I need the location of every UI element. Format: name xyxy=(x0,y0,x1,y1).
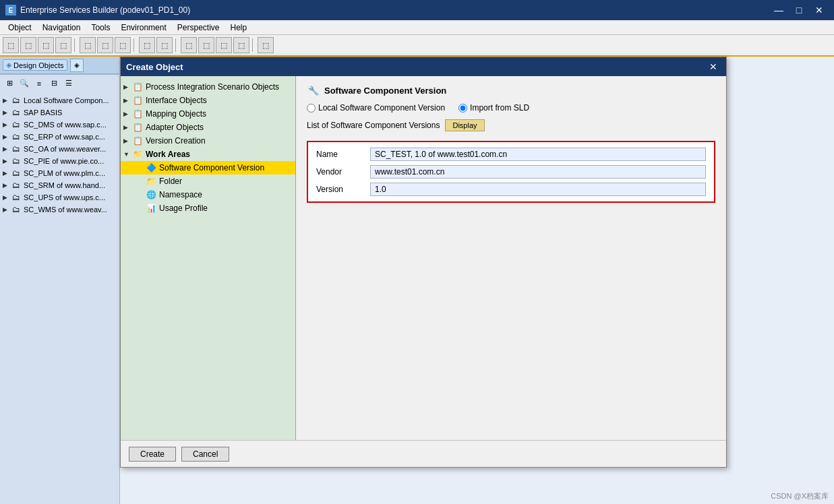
tree-item-sap-basis[interactable]: ▶ 🗂 SAP BASIS xyxy=(0,106,119,119)
left-tree: ▶ 🗂 Local Software Compon... ▶ 🗂 SAP BAS… xyxy=(0,92,119,504)
toolbar-btn-2[interactable]: ⬚ xyxy=(20,37,36,53)
toolbar-btn-11[interactable]: ⬚ xyxy=(198,37,214,53)
radio-local-scv-input[interactable] xyxy=(307,104,316,113)
maximize-button[interactable]: □ xyxy=(790,3,808,18)
form-version-label: Version xyxy=(316,185,370,194)
dtree-arrow: ▶ xyxy=(123,124,131,131)
form-row-name: Name SC_TEST, 1.0 of www.test01.com.cn xyxy=(316,148,706,161)
toolbar-btn-12[interactable]: ⬚ xyxy=(216,37,232,53)
filter-btn[interactable]: ⊞ xyxy=(3,77,16,90)
form-name-value: SC_TEST, 1.0 of www.test01.com.cn xyxy=(370,148,706,161)
dialog-right-content: 🔧 Software Component Version Local Softw… xyxy=(296,76,726,440)
dtree-usage-profile-label: Usage Profile xyxy=(159,203,208,213)
section-header-icon: 🔧 xyxy=(307,84,320,96)
toolbar-btn-5[interactable]: ⬚ xyxy=(80,37,96,53)
tree-label: SC_ERP of www.sap.c... xyxy=(24,133,117,141)
tree-item-sc-erp[interactable]: ▶ 🗂 SC_ERP of www.sap.c... xyxy=(0,131,119,143)
menu-item-tools[interactable]: Tools xyxy=(86,22,115,34)
tree-arrow: ▶ xyxy=(3,133,11,140)
tree-item-sc-ups[interactable]: ▶ 🗂 SC_UPS of www.ups.c... xyxy=(0,191,119,203)
dtree-arrow: ▶ xyxy=(123,84,131,90)
search-btn[interactable]: 🔍 xyxy=(18,77,31,90)
dtree-adapter-objects[interactable]: ▶ 📋 Adapter Objects xyxy=(121,121,295,134)
dtree-mapping-objects[interactable]: ▶ 📋 Mapping Objects xyxy=(121,107,295,121)
radio-import-sld[interactable]: Import from SLD xyxy=(458,103,529,113)
version-creation-icon: 📋 xyxy=(131,135,144,146)
form-version-value: 1.0 xyxy=(370,183,706,196)
toolbar-btn-6[interactable]: ⬚ xyxy=(97,37,113,53)
dtree-interface-objects[interactable]: ▶ 📋 Interface Objects xyxy=(121,94,295,107)
menu-item-perspective[interactable]: Perspective xyxy=(172,22,225,34)
dtree-software-component-version[interactable]: 🔷 Software Component Version xyxy=(121,161,295,175)
menu-item-help[interactable]: Help xyxy=(225,22,252,34)
tree-label: SC_SRM of www.hand... xyxy=(24,181,117,189)
sort-btn[interactable]: ≡ xyxy=(32,77,46,90)
tree-item-local-sc[interactable]: ▶ 🗂 Local Software Compon... xyxy=(0,94,119,106)
dtree-folder[interactable]: 📁 Folder xyxy=(121,175,295,188)
dtree-namespace[interactable]: 🌐 Namespace xyxy=(121,188,295,201)
sc-oa-icon: 🗂 xyxy=(11,144,22,154)
app-icon: E xyxy=(5,5,16,15)
toolbar-btn-3[interactable]: ⬚ xyxy=(38,37,54,53)
toolbar-btn-8[interactable]: ⬚ xyxy=(139,37,155,53)
dtree-arrow: ▶ xyxy=(123,111,131,117)
display-button[interactable]: Display xyxy=(445,119,484,131)
toolbar-separator-1 xyxy=(74,38,77,52)
tree-item-sc-wms[interactable]: ▶ 🗂 SC_WMS of www.weav... xyxy=(0,203,119,216)
namespace-icon: 🌐 xyxy=(145,189,157,200)
tree-item-sc-pie[interactable]: ▶ 🗂 SC_PIE of www.pie.co... xyxy=(0,155,119,167)
scv-list-row: List of Software Component Versions Disp… xyxy=(307,119,715,131)
toolbar-btn-4[interactable]: ⬚ xyxy=(55,37,71,53)
menu-item-environment[interactable]: Environment xyxy=(115,22,171,34)
panel-tab-extra[interactable]: ◈ xyxy=(70,59,84,72)
menu-item-navigation[interactable]: Navigation xyxy=(37,22,86,34)
panel-tab-design-objects[interactable]: ◈ Design Objects xyxy=(3,59,67,71)
dialog-close-button[interactable]: ✕ xyxy=(706,60,721,73)
cancel-button[interactable]: Cancel xyxy=(181,447,229,462)
title-bar-controls: — □ ✕ xyxy=(769,3,829,18)
menu-item-object[interactable]: Object xyxy=(3,22,37,34)
toolbar-btn-9[interactable]: ⬚ xyxy=(156,37,173,53)
title-bar: E Enterprise Services Builder (podev01_P… xyxy=(0,0,834,20)
radio-import-sld-input[interactable] xyxy=(458,104,467,113)
tree-arrow: ▶ xyxy=(3,146,11,152)
dialog-title: Create Object xyxy=(126,62,183,72)
folder-icon: 📁 xyxy=(145,176,157,187)
list-btn[interactable]: ☰ xyxy=(62,77,76,90)
window-close-button[interactable]: ✕ xyxy=(810,3,829,18)
toolbar-separator-2 xyxy=(133,38,136,52)
tree-arrow: ▶ xyxy=(3,194,11,201)
toolbar-btn-1[interactable]: ⬚ xyxy=(3,37,19,53)
left-sub-toolbar: ⊞ 🔍 ≡ ⊟ ☰ xyxy=(0,74,119,92)
create-button[interactable]: Create xyxy=(129,447,176,462)
radio-group-scv: Local Software Component Version Import … xyxy=(307,103,715,113)
tree-label: SC_PLM of www.plm.c... xyxy=(24,169,117,177)
dtree-usage-profile[interactable]: 📊 Usage Profile xyxy=(121,201,295,215)
toolbar-btn-13[interactable]: ⬚ xyxy=(233,37,249,53)
tree-item-sc-oa[interactable]: ▶ 🗂 SC_OA of www.weaver... xyxy=(0,143,119,155)
tree-arrow: ▶ xyxy=(3,158,11,164)
grid-btn[interactable]: ⊟ xyxy=(47,77,61,90)
toolbar-btn-7[interactable]: ⬚ xyxy=(115,37,131,53)
dtree-label: Version Creation xyxy=(146,136,206,146)
dtree-work-areas[interactable]: ▼ 📁 Work Areas xyxy=(121,148,295,161)
tree-label: SC_OA of www.weaver... xyxy=(24,145,117,153)
toolbar-btn-10[interactable]: ⬚ xyxy=(181,37,197,53)
dtree-process-integration[interactable]: ▶ 📋 Process Integration Scenario Objects xyxy=(121,80,295,94)
toolbar-btn-14[interactable]: ⬚ xyxy=(258,37,274,53)
radio-local-scv[interactable]: Local Software Component Version xyxy=(307,103,445,113)
tree-item-sc-dms[interactable]: ▶ 🗂 SC_DMS of www.sap.c... xyxy=(0,119,119,131)
create-object-dialog: Create Object ✕ ▶ 📋 Process Integration … xyxy=(120,57,727,468)
sc-dms-icon: 🗂 xyxy=(11,119,22,130)
minimize-button[interactable]: — xyxy=(769,3,788,18)
form-row-vendor: Vendor www.test01.com.cn xyxy=(316,165,706,179)
dtree-version-creation[interactable]: ▶ 📋 Version Creation xyxy=(121,134,295,148)
tree-label: SAP BASIS xyxy=(24,108,117,117)
tree-item-sc-srm[interactable]: ▶ 🗂 SC_SRM of www.hand... xyxy=(0,179,119,191)
dtree-arrow: ▶ xyxy=(123,137,131,144)
tree-arrow: ▶ xyxy=(3,121,11,128)
form-row-version: Version 1.0 xyxy=(316,183,706,196)
tree-item-sc-plm[interactable]: ▶ 🗂 SC_PLM of www.plm.c... xyxy=(0,167,119,179)
section-title: Software Component Version xyxy=(324,86,446,96)
radio-local-scv-label: Local Software Component Version xyxy=(318,103,445,113)
